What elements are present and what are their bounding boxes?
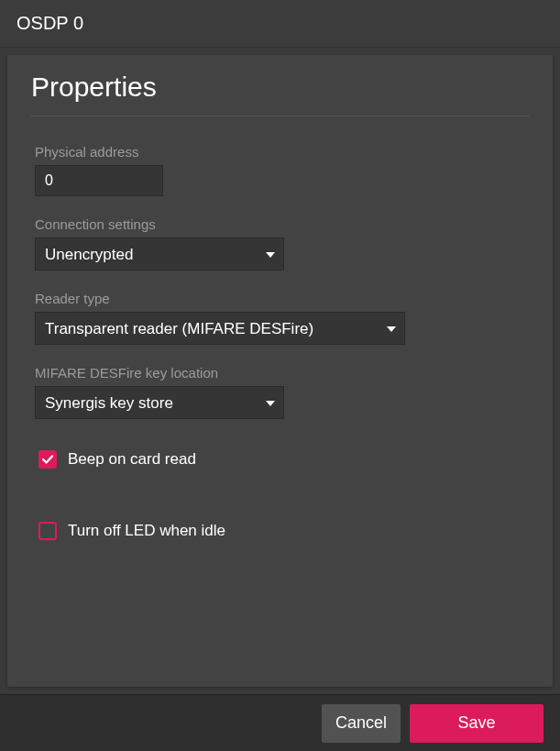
key-location-label: MIFARE DESFire key location xyxy=(35,365,529,381)
reader-type-field: Reader type Transparent reader (MIFARE D… xyxy=(31,291,529,345)
properties-panel: Properties Physical address Connection s… xyxy=(7,55,553,687)
check-icon xyxy=(42,454,53,465)
cancel-button[interactable]: Cancel xyxy=(322,704,401,743)
turn-off-led-row: Turn off LED when idle xyxy=(31,522,529,540)
key-location-select[interactable]: Synergis key store xyxy=(35,386,284,419)
panel-heading: Properties xyxy=(31,72,529,116)
titlebar: OSDP 0 xyxy=(0,0,560,48)
physical-address-field: Physical address xyxy=(31,144,529,196)
physical-address-input[interactable] xyxy=(35,165,163,196)
reader-type-select[interactable]: Transparent reader (MIFARE DESFire) xyxy=(35,312,405,345)
connection-settings-label: Connection settings xyxy=(35,216,529,232)
beep-on-card-read-checkbox[interactable] xyxy=(38,450,57,469)
save-button[interactable]: Save xyxy=(410,704,544,743)
connection-settings-field: Connection settings Unencrypted xyxy=(31,216,529,271)
button-bar: Cancel Save xyxy=(0,694,560,751)
turn-off-led-checkbox[interactable] xyxy=(38,522,57,540)
connection-settings-select-wrap: Unencrypted xyxy=(35,237,284,271)
connection-settings-select[interactable]: Unencrypted xyxy=(35,237,284,271)
dialog-window: OSDP 0 Properties Physical address Conne… xyxy=(0,0,560,751)
physical-address-label: Physical address xyxy=(35,144,529,160)
window-title: OSDP 0 xyxy=(16,13,83,33)
key-location-field: MIFARE DESFire key location Synergis key… xyxy=(31,365,529,419)
reader-type-label: Reader type xyxy=(35,291,529,306)
reader-type-select-wrap: Transparent reader (MIFARE DESFire) xyxy=(35,312,405,345)
beep-on-card-read-row: Beep on card read xyxy=(31,450,529,469)
beep-on-card-read-label: Beep on card read xyxy=(68,450,196,469)
content-area: Properties Physical address Connection s… xyxy=(0,48,560,694)
turn-off-led-label: Turn off LED when idle xyxy=(68,522,225,540)
key-location-select-wrap: Synergis key store xyxy=(35,386,284,419)
